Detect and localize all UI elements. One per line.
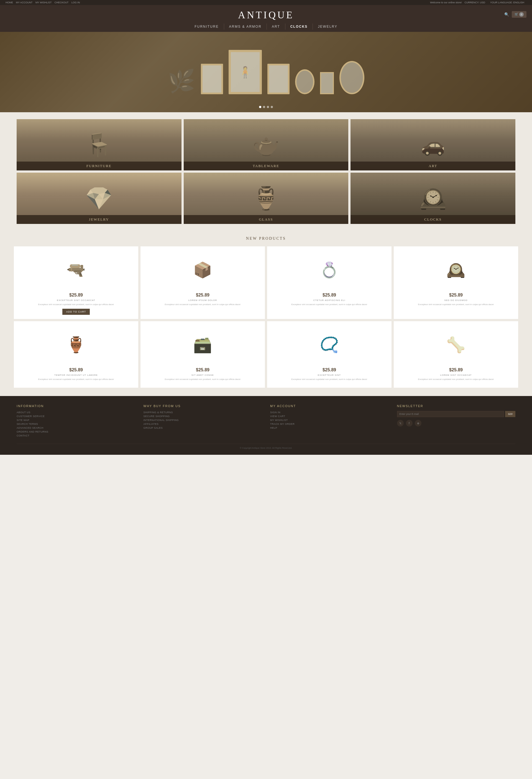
footer-copyright: © Copyright Antique Store 2013. All Righ…: [17, 444, 515, 449]
product-desc-6: Excepteur sint occaecat cupidatat non pr…: [271, 378, 388, 381]
footer-link-shipping[interactable]: SHIPPING & RETURNS: [143, 411, 262, 414]
products-section-title: NEW PRODUCTS: [14, 236, 518, 241]
language-selector[interactable]: YOUR LANGUAGE: ENGLISH: [490, 1, 524, 4]
product-image-5: [144, 325, 261, 364]
nav-checkout[interactable]: CHECKOUT: [55, 1, 69, 4]
hero-carousel-dots: [259, 106, 273, 108]
footer-link-mywishlist[interactable]: MY WISHLIST: [270, 419, 389, 421]
product-name-1: LOREM IPSUM DOLOR: [144, 299, 261, 302]
footer-link-track[interactable]: TRACK MY ORDER: [270, 423, 389, 425]
footer-my-account: MY ACCOUNT SIGN IN VIEW CART MY WISHLIST…: [270, 404, 389, 438]
hero-dot-4[interactable]: [271, 106, 273, 108]
footer-link-orders[interactable]: ORDERS AND RETURNS: [17, 430, 135, 433]
product-card-2: $25.89 CTETUR ADIPISCING ELI Excepteur s…: [267, 246, 392, 319]
category-glass[interactable]: 🏺 GLASS: [184, 173, 349, 224]
newsletter-go-button[interactable]: GO!: [505, 411, 515, 417]
product-desc-7: Excepteur sint occaecat cupidatat non pr…: [398, 378, 514, 381]
category-art-label: ART: [351, 162, 515, 170]
product-icon-ring: [320, 261, 339, 279]
footer-link-sitemap[interactable]: SITE MAP: [17, 419, 135, 421]
product-desc-2: Excepteur sint occaecat cupidatat non pr…: [271, 303, 388, 306]
product-image-3: [398, 250, 514, 289]
currency-selector[interactable]: CURRENCY: USD: [464, 1, 485, 4]
product-desc-5: Excepteur sint occaecat cupidatat non pr…: [144, 378, 261, 381]
footer-link-signin[interactable]: SIGN IN: [270, 411, 389, 414]
hero-dot-2[interactable]: [263, 106, 265, 108]
product-icon-horn: [447, 336, 466, 354]
hero-dot-1[interactable]: [259, 106, 261, 108]
product-price-4: $25.89: [18, 367, 134, 372]
rss-icon[interactable]: ⊕: [415, 420, 421, 426]
category-jewelry-label: JEWELRY: [17, 215, 181, 224]
product-icon-chest: [193, 336, 212, 354]
products-section: NEW PRODUCTS $25.89 EXCEPTEUR SINT OCCAE…: [0, 231, 532, 396]
footer-link-group[interactable]: GROUP SALES: [143, 426, 262, 429]
footer-link-affiliates[interactable]: AFFILIATES: [143, 423, 262, 425]
nav-art[interactable]: ART: [267, 23, 285, 29]
product-name-6: EXCEPTEUR SINT: [271, 374, 388, 376]
facebook-icon[interactable]: f: [406, 420, 413, 426]
product-image-1: [144, 250, 261, 289]
category-clocks[interactable]: 🕰️ CLOCKS: [351, 173, 515, 224]
footer-link-customer[interactable]: CUSTOMER SERVICE: [17, 415, 135, 418]
category-tableware[interactable]: 🫖 TABLEWARE: [184, 119, 349, 170]
category-art[interactable]: 🚗 ART: [351, 119, 515, 170]
nav-arms[interactable]: ARMS & ARMOR: [224, 23, 267, 29]
footer-link-viewcart[interactable]: VIEW CART: [270, 415, 389, 418]
category-furniture[interactable]: 🪑 FURNITURE: [17, 119, 181, 170]
footer-link-international[interactable]: INTERNATIONAL SHIPPING: [143, 419, 262, 421]
search-button[interactable]: 🔍: [504, 12, 509, 17]
product-name-4: TEMPOR INCIDIDUNT UT LABORE: [18, 374, 134, 376]
product-image-2: [271, 250, 388, 289]
twitter-icon[interactable]: 𝕏: [397, 420, 404, 426]
category-jewelry[interactable]: 💎 JEWELRY: [17, 173, 181, 224]
hero-frame-1: [201, 64, 223, 94]
product-image-6: [271, 325, 388, 364]
product-image-7: [398, 325, 514, 364]
nav-clocks[interactable]: CLOCKS: [285, 23, 313, 29]
top-bar-nav: HOME MY ACCOUNT MY WISHLIST CHECKOUT LOG…: [6, 1, 82, 4]
categories-section: 🪑 FURNITURE 🫖 TABLEWARE 🚗 ART 💎 JEWELRY: [0, 112, 532, 231]
product-card-7: $25.89 LOREM SINT OCCAECAT Excepteur sin…: [394, 321, 518, 388]
category-clocks-label: CLOCKS: [351, 215, 515, 224]
product-icon-clock: [447, 261, 466, 279]
nav-jewelry[interactable]: JEWELRY: [313, 23, 342, 29]
footer-link-secure[interactable]: SECURE SHOPPING: [143, 415, 262, 418]
nav-login[interactable]: LOG IN: [71, 1, 80, 4]
product-name-5: SIT AMET CONSE: [144, 374, 261, 376]
footer-link-about[interactable]: ABOUT US: [17, 411, 135, 414]
add-to-cart-button-0[interactable]: ADD TO CART: [62, 309, 90, 315]
footer-link-help[interactable]: HELP: [270, 426, 389, 429]
top-bar-right: Welcome to our online store! CURRENCY: U…: [430, 1, 526, 4]
product-card-6: $25.89 EXCEPTEUR SINT Excepteur sint occ…: [267, 321, 392, 388]
product-price-7: $25.89: [398, 367, 514, 372]
nav-myaccount[interactable]: MY ACCOUNT: [16, 1, 33, 4]
main-navigation: FURNITURE ARMS & ARMOR ART CLOCKS JEWELR…: [0, 23, 532, 32]
footer-why-buy: WHY BUY FROM US SHIPPING & RETURNS SECUR…: [143, 404, 262, 438]
product-icon-gun: [66, 261, 85, 279]
footer-newsletter-title: NEWSLETTER: [397, 404, 516, 408]
hero-frame-2: 🧍: [229, 50, 262, 94]
footer-information: INFORMATION ABOUT US CUSTOMER SERVICE SI…: [17, 404, 135, 438]
category-glass-label: GLASS: [184, 215, 349, 224]
cart-button[interactable]: 🛒 0: [512, 11, 526, 18]
product-icon-bracelet: [320, 336, 339, 354]
product-name-7: LOREM SINT OCCAECAT: [398, 374, 514, 376]
footer-my-account-title: MY ACCOUNT: [270, 404, 389, 408]
product-image-4: [18, 325, 134, 364]
product-price-3: $25.89: [398, 293, 514, 298]
nav-furniture[interactable]: FURNITURE: [189, 23, 224, 29]
hero-dot-3[interactable]: [267, 106, 269, 108]
footer-link-contact[interactable]: CONTACT: [17, 434, 135, 437]
footer-link-advanced[interactable]: ADVANCED SEARCH: [17, 426, 135, 429]
product-card-0: $25.89 EXCEPTEUR SINT OCCAECAT Excepteur…: [14, 246, 138, 319]
footer-information-title: INFORMATION: [17, 404, 135, 408]
product-name-0: EXCEPTEUR SINT OCCAECAT: [18, 299, 134, 302]
newsletter-email-input[interactable]: [397, 411, 504, 417]
nav-home[interactable]: HOME: [6, 1, 13, 4]
nav-wishlist[interactable]: MY WISHLIST: [36, 1, 52, 4]
category-furniture-label: FURNITURE: [17, 162, 181, 170]
footer-link-search[interactable]: SEARCH TERMS: [17, 423, 135, 425]
newsletter-form: GO!: [397, 411, 516, 417]
header-icons: 🔍 🛒 0: [504, 11, 526, 18]
